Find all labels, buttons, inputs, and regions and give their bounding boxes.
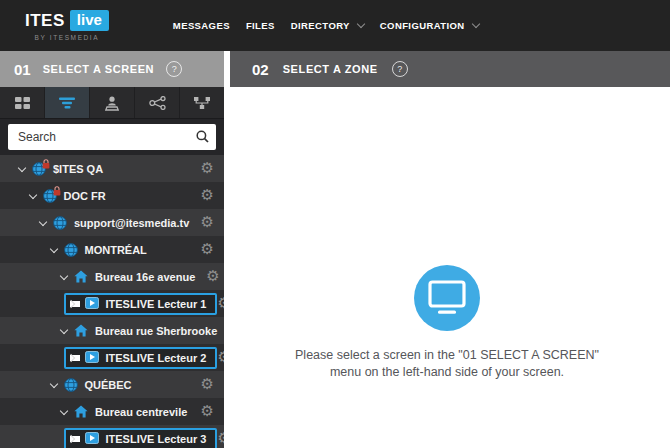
tree-row[interactable]: ITESLIVE Lecteur 3⚙ [0,425,224,448]
chevron-down-icon[interactable] [38,221,48,225]
tree-item-label: QUÉBEC [85,379,132,391]
monitor-icon [414,265,480,331]
globe-icon [53,216,67,230]
panel-title: SELECT A ZONE [283,63,378,75]
share-icon [149,96,166,110]
globe-lock-icon [43,189,57,203]
chevron-right-icon[interactable] [70,436,80,442]
top-bar: ITES live BY ITESMEDIA MESSAGESFILESDIRE… [0,0,670,51]
chevron-right-icon[interactable] [70,355,80,361]
gear-icon[interactable]: ⚙ [201,215,214,230]
gear-icon[interactable]: ⚙ [206,269,219,284]
search-bar [0,119,224,155]
player-icon [85,432,99,446]
tree-row[interactable]: MONTRÉAL⚙ [0,236,224,263]
tree-row[interactable]: Bureau 16e avenue⚙ [0,263,224,290]
nav-item-messages[interactable]: MESSAGES [173,14,230,37]
empty-state-line1: Please select a screen in the "01 SELECT… [295,347,599,364]
nav-item-label: MESSAGES [173,20,230,31]
tree-row-selection-box: ITESLIVE Lecteur 2 [64,347,218,369]
chevron-down-icon[interactable] [49,248,59,252]
chevron-right-icon[interactable] [70,301,80,307]
gear-icon[interactable]: ⚙ [201,161,214,176]
nav-item-configuration[interactable]: CONFIGURATION [380,14,479,37]
tree-row-content: Bureau 16e avenue [53,266,206,288]
tree-item-label: Bureau centrevile [95,406,187,418]
home-icon [74,324,88,338]
logo-text-live: live [70,10,109,31]
help-icon[interactable]: ? [166,61,182,77]
hierarchy-icon [59,97,76,109]
chevron-down-icon[interactable] [49,383,59,387]
panel-number: 01 [14,61,31,78]
chevron-down-icon[interactable] [17,167,27,171]
tab-hierarchy[interactable] [45,87,90,118]
gear-icon[interactable]: ⚙ [217,350,224,365]
tree-row[interactable]: QUÉBEC⚙ [0,371,224,398]
tree-row-content: Bureau centrevile [53,401,198,423]
help-icon[interactable]: ? [392,61,408,77]
tree-item-label: support@itesmedia.tv [74,217,189,229]
search-input[interactable] [8,124,216,150]
nav-item-label: DIRECTORY [291,20,350,31]
nav-item-directory[interactable]: DIRECTORY [291,14,364,37]
nav-item-files[interactable]: FILES [246,14,275,37]
lock-icon [42,159,50,169]
panel-number: 02 [252,61,269,78]
chevron-down-icon[interactable] [59,275,69,279]
tree-row-content: Bureau rue Sherbrooke [53,320,224,342]
gear-icon[interactable]: ⚙ [201,377,214,392]
tree-row-content: DOC FR [22,185,117,207]
screen-panel: 01 SELECT A SCREEN ? $ITES QA⚙DOC FR⚙sup… [0,51,224,448]
tree-row-content: support@itesmedia.tv [32,212,200,234]
view-tabs [0,87,224,119]
tree-row[interactable]: support@itesmedia.tv⚙ [0,209,224,236]
globe-icon [64,378,78,392]
home-icon [74,405,88,419]
tree-row-content: QUÉBEC [43,374,143,396]
search-icon[interactable] [196,130,209,143]
gear-icon[interactable]: ⚙ [201,404,214,419]
tab-person-pin[interactable] [90,87,135,118]
zone-panel-content: Please select a screen in the "01 SELECT… [224,87,670,448]
nav-item-label: CONFIGURATION [380,20,465,31]
tree-row[interactable]: Bureau centrevile⚙ [0,398,224,425]
gear-icon[interactable]: ⚙ [201,188,214,203]
top-nav: MESSAGESFILESDIRECTORYCONFIGURATION [173,14,479,37]
nav-item-label: FILES [246,20,275,31]
tree-row[interactable]: ITESLIVE Lecteur 1⚙ [0,290,224,317]
tab-grid[interactable] [0,87,45,118]
tab-sitemap[interactable] [180,87,224,118]
main-area: 01 SELECT A SCREEN ? $ITES QA⚙DOC FR⚙sup… [0,51,670,448]
tree-row-selection-box: ITESLIVE Lecteur 3 [64,428,218,448]
tree-row[interactable]: DOC FR⚙ [0,182,224,209]
tree-row[interactable]: Bureau rue Sherbrooke⚙ [0,317,224,344]
panel-title: SELECT A SCREEN [43,63,154,75]
zone-panel-header: 02 SELECT A ZONE ? [230,51,670,87]
empty-state-line2: menu on the left-hand side of your scree… [295,364,599,381]
gear-icon[interactable]: ⚙ [217,431,224,446]
chevron-down-icon[interactable] [28,194,38,198]
tree-row[interactable]: $ITES QA⚙ [0,155,224,182]
tree-item-label: Bureau rue Sherbrooke [95,325,217,337]
app-logo[interactable]: ITES live BY ITESMEDIA [25,10,109,41]
chevron-down-icon[interactable] [59,410,69,414]
tree-item-label: ITESLIVE Lecteur 1 [106,298,207,310]
tab-share[interactable] [135,87,180,118]
tree-item-label: MONTRÉAL [85,244,147,256]
tree-item-label: ITESLIVE Lecteur 3 [106,433,207,445]
chevron-down-icon[interactable] [59,329,69,333]
gear-icon[interactable]: ⚙ [217,296,224,311]
tree-item-label: DOC FR [64,190,106,202]
chevron-down-icon [357,20,365,28]
gear-icon[interactable]: ⚙ [201,242,214,257]
empty-state-message: Please select a screen in the "01 SELECT… [295,347,599,381]
tree-row-content: MONTRÉAL [43,239,158,261]
logo-tagline: BY ITESMEDIA [35,34,100,41]
tree-row[interactable]: ITESLIVE Lecteur 2⚙ [0,344,224,371]
tree-row-selection-box: ITESLIVE Lecteur 1 [64,293,218,315]
home-icon [74,270,88,284]
zone-panel: 02 SELECT A ZONE ? Please select a scree… [224,51,670,448]
tree-row-content: $ITES QA [11,158,114,180]
globe-icon [64,243,78,257]
